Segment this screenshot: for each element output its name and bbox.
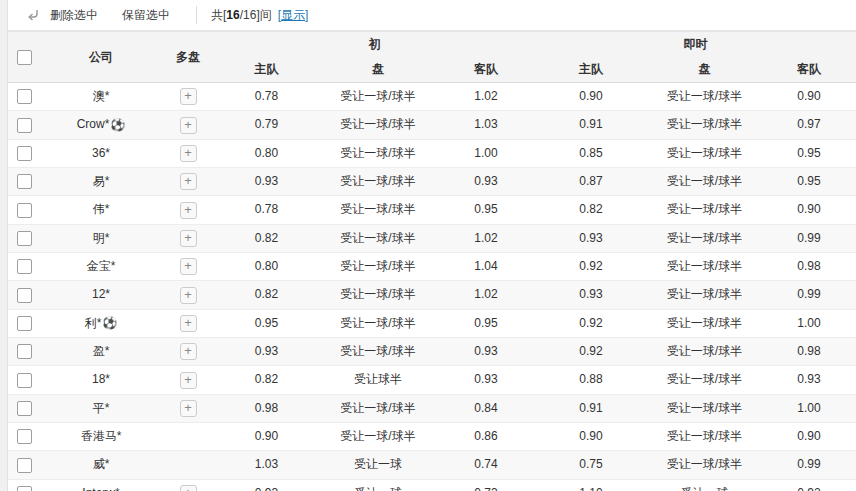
live-home-odds: 0.87: [535, 167, 647, 195]
row-checkbox[interactable]: [17, 373, 32, 388]
select-all-checkbox[interactable]: [17, 50, 32, 65]
initial-handicap: 受让一球/球半: [319, 224, 437, 252]
row-checkbox[interactable]: [17, 344, 32, 359]
table-row: 香港马* 0.90 受让一球/球半 0.86 0.90 受让一球/球半 0.90: [8, 422, 856, 450]
live-handicap: 受让一球/球半: [647, 196, 762, 224]
live-handicap: 受让一球/球半: [647, 366, 762, 394]
row-checkbox-cell: [8, 451, 40, 479]
initial-away-odds: 0.73: [437, 479, 535, 491]
live-handicap: 受让一球/球半: [647, 422, 762, 450]
initial-handicap: 受让一球/球半: [319, 422, 437, 450]
expand-odds-button[interactable]: +: [180, 145, 197, 162]
multi-cell: +: [162, 196, 214, 224]
table-row: 金宝* + 0.80 受让一球/球半 1.04 0.92 受让一球/球半 0.9…: [8, 252, 856, 280]
expand-odds-button[interactable]: +: [180, 173, 197, 190]
row-checkbox[interactable]: [17, 429, 32, 444]
company-name-cell: 平*: [40, 394, 162, 422]
company-name: Crow*: [77, 118, 110, 132]
header-group-initial: 初: [214, 32, 535, 58]
company-name-cell: Interw*: [40, 479, 162, 491]
soccer-ball-icon: ⚽: [102, 316, 117, 330]
odds-panel: 删除选中 保留选中 共[16/16]间 [显示] 公司 多盘 初 即时 主队 盘…: [8, 0, 856, 491]
live-home-odds: 0.92: [535, 337, 647, 365]
header-company: 公司: [40, 32, 162, 83]
row-checkbox[interactable]: [17, 259, 32, 274]
expand-odds-button[interactable]: +: [180, 400, 197, 417]
live-home-odds: 0.75: [535, 451, 647, 479]
row-checkbox[interactable]: [17, 231, 32, 246]
live-away-odds: 0.95: [762, 167, 856, 195]
initial-home-odds: 0.93: [214, 337, 319, 365]
initial-home-odds: 0.82: [214, 224, 319, 252]
expand-odds-button[interactable]: +: [180, 258, 197, 275]
initial-away-odds: 0.84: [437, 394, 535, 422]
delete-selected-button[interactable]: 删除选中: [50, 7, 98, 24]
initial-away-odds: 1.02: [437, 224, 535, 252]
table-row: 平* + 0.98 受让一球/球半 0.84 0.91 受让一球/球半 1.00: [8, 394, 856, 422]
soccer-ball-icon: ⚽: [110, 118, 125, 132]
expand-odds-button[interactable]: +: [180, 88, 197, 105]
live-home-odds: 0.90: [535, 83, 647, 111]
row-checkbox[interactable]: [17, 486, 32, 491]
company-name-cell: 伟*: [40, 196, 162, 224]
row-checkbox[interactable]: [17, 174, 32, 189]
table-row: 利*⚽ + 0.95 受让一球/球半 0.95 0.92 受让一球/球半 1.0…: [8, 309, 856, 337]
expand-odds-button[interactable]: +: [180, 117, 197, 134]
expand-odds-button[interactable]: +: [180, 315, 197, 332]
expand-odds-button[interactable]: +: [180, 372, 197, 389]
table-row: 易* + 0.93 受让一球/球半 0.93 0.87 受让一球/球半 0.95: [8, 167, 856, 195]
company-name: 香港马*: [81, 429, 122, 443]
row-checkbox[interactable]: [17, 458, 32, 473]
expand-odds-button[interactable]: +: [180, 230, 197, 247]
expand-odds-button[interactable]: +: [180, 485, 197, 491]
table-row: 36* + 0.80 受让一球/球半 1.00 0.85 受让一球/球半 0.9…: [8, 139, 856, 167]
initial-home-odds: 0.90: [214, 422, 319, 450]
multi-cell: +: [162, 252, 214, 280]
initial-handicap: 受让一球/球半: [319, 196, 437, 224]
company-name-cell: 明*: [40, 224, 162, 252]
initial-away-odds: 0.93: [437, 337, 535, 365]
page-left-gutter: [0, 0, 8, 491]
live-away-odds: 0.90: [762, 422, 856, 450]
initial-home-odds: 0.95: [214, 309, 319, 337]
live-handicap: 受让一球/球半: [647, 111, 762, 139]
expand-odds-button[interactable]: +: [180, 287, 197, 304]
initial-home-odds: 0.93: [214, 479, 319, 491]
live-away-odds: 0.95: [762, 139, 856, 167]
table-row: 18* + 0.82 受让球半 0.93 0.88 受让一球/球半 0.93: [8, 366, 856, 394]
multi-cell: +: [162, 167, 214, 195]
live-home-odds: 0.88: [535, 366, 647, 394]
live-home-odds: 0.93: [535, 281, 647, 309]
initial-away-odds: 1.02: [437, 281, 535, 309]
row-checkbox[interactable]: [17, 89, 32, 104]
row-checkbox-cell: [8, 224, 40, 252]
multi-cell: +: [162, 139, 214, 167]
odds-table: 公司 多盘 初 即时 主队 盘 客队 主队 盘 客队 澳* + 0.78 受让一…: [8, 31, 856, 491]
initial-handicap: 受让一球/球半: [319, 394, 437, 422]
row-checkbox[interactable]: [17, 203, 32, 218]
initial-away-odds: 1.03: [437, 111, 535, 139]
row-checkbox[interactable]: [17, 288, 32, 303]
company-name: 明*: [93, 231, 110, 245]
company-name-cell: 金宝*: [40, 252, 162, 280]
multi-cell: [162, 422, 214, 450]
row-checkbox[interactable]: [17, 118, 32, 133]
header-group-live: 即时: [535, 32, 856, 58]
table-row: Interw* + 0.93 受让一球 0.73 1.10 受让一球 0.92: [8, 479, 856, 491]
expand-odds-button[interactable]: +: [180, 343, 197, 360]
header-initial-away: 客队: [437, 57, 535, 83]
initial-home-odds: 0.78: [214, 196, 319, 224]
keep-selected-button[interactable]: 保留选中: [122, 7, 170, 24]
expand-odds-button[interactable]: +: [180, 202, 197, 219]
initial-handicap: 受让球半: [319, 366, 437, 394]
initial-handicap: 受让一球/球半: [319, 337, 437, 365]
row-checkbox[interactable]: [17, 316, 32, 331]
live-home-odds: 0.93: [535, 224, 647, 252]
row-checkbox[interactable]: [17, 401, 32, 416]
row-checkbox-cell: [8, 337, 40, 365]
row-checkbox[interactable]: [17, 146, 32, 161]
live-away-odds: 0.97: [762, 111, 856, 139]
count-selected: 16: [226, 8, 239, 22]
show-all-link[interactable]: [显示]: [278, 7, 309, 24]
row-checkbox-cell: [8, 83, 40, 111]
